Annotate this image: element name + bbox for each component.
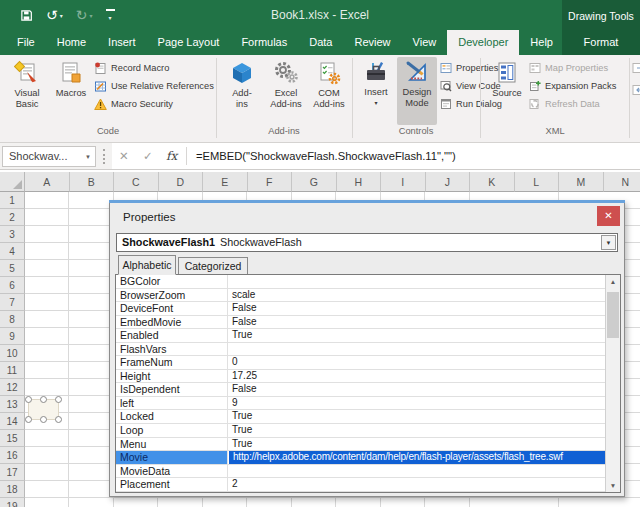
- selection-handle[interactable]: [40, 396, 47, 403]
- selection-handle[interactable]: [55, 396, 62, 403]
- column-header-F[interactable]: F: [248, 172, 293, 192]
- row-header-8[interactable]: 8: [0, 311, 25, 328]
- property-grid-scrollbar[interactable]: ▲ ▼: [605, 275, 620, 492]
- property-row-Menu[interactable]: MenuTrue: [116, 438, 620, 452]
- selection-handle[interactable]: [40, 416, 47, 423]
- export-button[interactable]: [632, 60, 640, 78]
- tab-insert[interactable]: Insert: [97, 30, 147, 55]
- property-value[interactable]: http://helpx.adobe.com/content/dam/help/…: [228, 451, 605, 464]
- property-row-DeviceFont[interactable]: DeviceFontFalse: [116, 302, 620, 316]
- row-header-16[interactable]: 16: [0, 447, 25, 464]
- row-header-14[interactable]: 14: [0, 413, 25, 430]
- select-all-button[interactable]: [0, 172, 25, 192]
- scroll-up-icon[interactable]: ▲: [606, 275, 620, 288]
- add-ins-button[interactable]: Add- ins: [222, 57, 262, 125]
- property-value[interactable]: 17.25: [228, 370, 605, 383]
- tab-data[interactable]: Data: [298, 30, 343, 55]
- column-header-J[interactable]: J: [426, 172, 471, 192]
- shockwaveflash-object[interactable]: [28, 399, 59, 420]
- tab-home[interactable]: Home: [46, 30, 97, 55]
- property-row-Movie[interactable]: Moviehttp://helpx.adobe.com/content/dam/…: [116, 451, 620, 465]
- record-macro-button[interactable]: Record Macro: [94, 60, 169, 76]
- selection-handle[interactable]: [25, 416, 32, 423]
- insert-function-icon[interactable]: fx: [166, 143, 177, 169]
- insert-dropdown-caret-icon[interactable]: ▾: [374, 99, 377, 106]
- property-value[interactable]: [228, 343, 605, 356]
- property-value[interactable]: 0: [228, 356, 605, 369]
- property-value[interactable]: False: [228, 302, 605, 315]
- column-header-E[interactable]: E: [203, 172, 248, 192]
- formula-bar-resize-handle[interactable]: [103, 149, 105, 164]
- column-header-G[interactable]: G: [292, 172, 337, 192]
- property-row-IsDependent[interactable]: IsDependentFalse: [116, 383, 620, 397]
- property-value[interactable]: False: [228, 316, 605, 329]
- row-header-13[interactable]: 13: [0, 396, 25, 413]
- property-value[interactable]: 9: [228, 397, 605, 410]
- row-header-17[interactable]: 17: [0, 464, 25, 481]
- column-header-C[interactable]: C: [114, 172, 159, 192]
- row-header-12[interactable]: 12: [0, 379, 25, 396]
- object-selector-combobox[interactable]: ShockwaveFlash1ShockwaveFlash ▼: [116, 233, 618, 252]
- map-properties-button[interactable]: Map Properties: [529, 60, 608, 76]
- formula-input[interactable]: =EMBED("ShockwaveFlash.ShockwaveFlash.11…: [196, 143, 456, 169]
- column-header-I[interactable]: I: [381, 172, 426, 192]
- selection-handle[interactable]: [55, 416, 62, 423]
- property-row-Placement[interactable]: Placement2: [116, 478, 620, 492]
- row-header-4[interactable]: 4: [0, 243, 25, 260]
- use-relative-references-button[interactable]: Use Relative References: [94, 78, 214, 94]
- row-header-19[interactable]: 19: [0, 498, 25, 507]
- tab-view[interactable]: View: [402, 30, 448, 55]
- enter-check-icon[interactable]: ✓: [143, 143, 153, 169]
- row-header-9[interactable]: 9: [0, 328, 25, 345]
- scrollbar-thumb[interactable]: [607, 292, 619, 338]
- selection-handle[interactable]: [25, 396, 32, 403]
- property-value[interactable]: 2: [228, 478, 605, 491]
- property-row-MovieData[interactable]: MovieData: [116, 465, 620, 479]
- row-header-6[interactable]: 6: [0, 277, 25, 294]
- property-value[interactable]: True: [228, 329, 605, 342]
- column-header-N[interactable]: N: [604, 172, 640, 192]
- property-value[interactable]: [228, 275, 605, 288]
- row-header-1[interactable]: 1: [0, 192, 25, 209]
- property-value[interactable]: True: [228, 410, 605, 423]
- macros-button[interactable]: Macros: [50, 57, 92, 125]
- tab-format[interactable]: Format: [562, 30, 640, 55]
- name-box[interactable]: Shockwav... ▼: [2, 146, 96, 167]
- row-header-11[interactable]: 11: [0, 362, 25, 379]
- expansion-packs-button[interactable]: Expansion Packs: [529, 78, 616, 94]
- property-row-Enabled[interactable]: EnabledTrue: [116, 329, 620, 343]
- combo-dropdown-icon[interactable]: ▼: [601, 235, 616, 250]
- refresh-data-button[interactable]: Refresh Data: [529, 96, 600, 112]
- row-header-2[interactable]: 2: [0, 209, 25, 226]
- column-header-B[interactable]: B: [70, 172, 115, 192]
- property-row-Loop[interactable]: LoopTrue: [116, 424, 620, 438]
- property-row-Locked[interactable]: LockedTrue: [116, 410, 620, 424]
- cancel-icon[interactable]: ✕: [119, 143, 129, 169]
- row-header-18[interactable]: 18: [0, 481, 25, 498]
- import-button[interactable]: [632, 82, 640, 100]
- visual-basic-button[interactable]: Visual Basic: [6, 57, 48, 125]
- tab-review[interactable]: Review: [343, 30, 401, 55]
- tab-developer[interactable]: Developer: [447, 30, 519, 55]
- property-row-EmbedMovie[interactable]: EmbedMovieFalse: [116, 316, 620, 330]
- column-header-K[interactable]: K: [470, 172, 515, 192]
- column-header-L[interactable]: L: [515, 172, 560, 192]
- row-header-10[interactable]: 10: [0, 345, 25, 362]
- close-icon[interactable]: ✕: [597, 206, 620, 226]
- row-header-5[interactable]: 5: [0, 260, 25, 277]
- property-row-left[interactable]: left9: [116, 397, 620, 411]
- property-row-BrowserZoom[interactable]: BrowserZoomscale: [116, 289, 620, 303]
- tab-file[interactable]: File: [6, 30, 46, 55]
- name-box-dropdown-icon[interactable]: ▼: [85, 147, 91, 166]
- macro-security-button[interactable]: Macro Security: [94, 96, 173, 112]
- scroll-down-icon[interactable]: ▼: [606, 479, 620, 492]
- com-add-ins-button[interactable]: COM Add-ins: [308, 57, 350, 125]
- design-mode-button[interactable]: Design Mode: [397, 57, 437, 125]
- property-row-Height[interactable]: Height17.25: [116, 370, 620, 384]
- row-header-15[interactable]: 15: [0, 430, 25, 447]
- insert-control-button[interactable]: Insert ▾: [357, 57, 395, 125]
- tab-formulas[interactable]: Formulas: [230, 30, 298, 55]
- property-value[interactable]: False: [228, 383, 605, 396]
- column-header-M[interactable]: M: [559, 172, 604, 192]
- property-value[interactable]: scale: [228, 289, 605, 302]
